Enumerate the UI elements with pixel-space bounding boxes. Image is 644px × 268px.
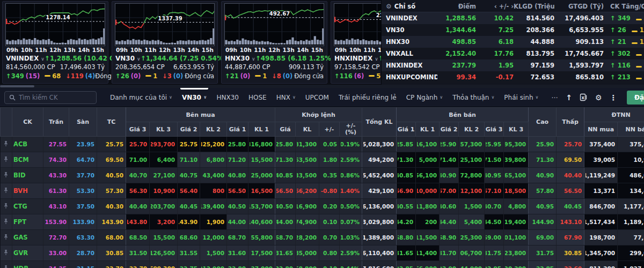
- cell-gas-8[interactable]: 12,000: [200, 230, 227, 245]
- cell-gas-10[interactable]: 55,800: [248, 230, 275, 245]
- cell-acb-8[interactable]: 325,200: [200, 137, 227, 152]
- cell-bid-5[interactable]: 40.70: [126, 168, 150, 183]
- cell-acb-10[interactable]: 316,800: [248, 137, 275, 152]
- cell-gvr-14[interactable]: 2.59%: [340, 245, 362, 261]
- ticker-symbol[interactable]: BVH: [12, 183, 43, 199]
- cell-fpt-15[interactable]: 3,029,800: [362, 214, 397, 230]
- cell-ctg-17[interactable]: 11,800: [416, 199, 440, 214]
- cell-fpt-8[interactable]: 1,900: [200, 214, 227, 230]
- cell-gas-21[interactable]: 101,100: [504, 230, 529, 245]
- cell-bid-8[interactable]: 43,400: [200, 168, 227, 183]
- cell-hdb-7[interactable]: 22.75: [178, 261, 200, 268]
- cell-bid-20[interactable]: 40.95: [485, 168, 504, 183]
- pin-icon[interactable]: [1, 199, 12, 214]
- cell-gvr-15[interactable]: 6,110,400: [362, 245, 397, 261]
- pin-icon[interactable]: [1, 152, 12, 168]
- cell-hdb-16[interactable]: 22.85: [397, 261, 416, 268]
- cell-bvh-12[interactable]: 66,200: [296, 183, 319, 199]
- settings-gear-icon[interactable]: ⚙: [595, 93, 602, 102]
- cell-bid-21[interactable]: 65,100: [504, 168, 529, 183]
- cell-gvr-12[interactable]: 85,000: [296, 245, 319, 261]
- cell-bcm-20[interactable]: 71.50: [485, 152, 504, 168]
- cell-gvr-8[interactable]: 1,500: [200, 245, 227, 261]
- index-name[interactable]: HNX30∨: [225, 53, 255, 63]
- cell-hdb-12[interactable]: 158,800: [296, 261, 319, 268]
- cell-hdb-18[interactable]: 22.90: [440, 261, 459, 268]
- cell-ctg-15[interactable]: 6,136,000: [362, 199, 397, 214]
- cell-hdb-5[interactable]: 22.70: [126, 261, 150, 268]
- cell-bcm-6[interactable]: 6,400: [150, 152, 178, 168]
- cell-hdb-15[interactable]: 7,816,600: [362, 261, 397, 268]
- cell-bcm-7[interactable]: 71.10: [178, 152, 200, 168]
- cell-hdb-21[interactable]: 220,200: [504, 261, 529, 268]
- cell-acb-15[interactable]: 5,028,300: [362, 137, 397, 152]
- cell-acb-16[interactable]: 25.85: [397, 137, 416, 152]
- cell-acb-21[interactable]: 295,300: [504, 137, 529, 152]
- cell-gas-17[interactable]: 11,500: [416, 230, 440, 245]
- cell-bcm-15[interactable]: 494,200: [362, 152, 397, 168]
- cell-ctg-19[interactable]: 1,500: [459, 199, 485, 214]
- index-row-vnxall[interactable]: VNXALL2,152.4017.76813.79517,745.667↑ 30…: [382, 48, 644, 59]
- search-input[interactable]: [19, 94, 92, 101]
- cell-ctg-8[interactable]: 139,400: [200, 199, 227, 214]
- cell-bid-17[interactable]: 56,100: [416, 168, 440, 183]
- cell-bcm-16[interactable]: 71.30: [397, 152, 416, 168]
- cell-gvr-6[interactable]: 126,500: [150, 245, 178, 261]
- tab-hnx30[interactable]: HNX30: [211, 88, 244, 107]
- cell-ctg-9[interactable]: 40.50: [227, 199, 248, 214]
- excel-export-icon[interactable]: x: [580, 93, 588, 101]
- cell-ctg-11[interactable]: 40.50: [275, 199, 296, 214]
- collapse-charts-icon[interactable]: ↑: [566, 93, 572, 102]
- cell-gas-15[interactable]: 1,389,800: [362, 230, 397, 245]
- cell-ctg-21[interactable]: 4,800: [504, 199, 529, 214]
- cell-bcm-17[interactable]: 5,000: [416, 152, 440, 168]
- tab-hnx[interactable]: HNX∨: [272, 88, 301, 107]
- cell-fpt-6[interactable]: 3,200: [150, 214, 178, 230]
- cell-gvr-9[interactable]: 31.60: [227, 245, 248, 261]
- cell-acb-19[interactable]: 857,300: [459, 137, 485, 152]
- cell-gas-14[interactable]: 1.03%: [340, 230, 362, 245]
- cell-gvr-20[interactable]: 31.75: [485, 245, 504, 261]
- cell-acb-18[interactable]: 25.90: [440, 137, 459, 152]
- ticker-symbol[interactable]: GAS: [12, 230, 43, 245]
- cell-ctg-14[interactable]: 0.50%: [340, 199, 362, 214]
- cell-gvr-19[interactable]: 206,700: [459, 245, 485, 261]
- cell-fpt-5[interactable]: 143.80: [126, 214, 150, 230]
- index-row-vnindex[interactable]: VNINDEX1,288.5610.42814.56017,496.403↑ 3…: [382, 12, 644, 24]
- tab-hose[interactable]: HOSE: [244, 88, 272, 107]
- pin-icon[interactable]: [1, 183, 12, 199]
- cell-gas-6[interactable]: 15,500: [150, 230, 178, 245]
- cell-hdb-14[interactable]: 0.44%: [340, 261, 362, 268]
- ticker-symbol[interactable]: GVR: [12, 245, 43, 261]
- cell-bvh-11[interactable]: 56.50: [275, 183, 296, 199]
- ticker-symbol[interactable]: BCM: [12, 152, 43, 168]
- cell-bvh-21[interactable]: 18,500: [504, 183, 529, 199]
- cell-bcm-12[interactable]: 63,500: [296, 152, 319, 168]
- cell-fpt-13[interactable]: 0.10: [319, 214, 340, 230]
- cell-ctg-5[interactable]: 40.40: [126, 199, 150, 214]
- tab-cp-ngành[interactable]: CP Ngành∨: [401, 88, 448, 107]
- cell-gvr-13[interactable]: 0.80: [319, 245, 340, 261]
- cell-fpt-18[interactable]: 144.40: [440, 214, 459, 230]
- kebab-menu-icon[interactable]: ⋮: [610, 93, 617, 102]
- cell-bvh-10[interactable]: 16,500: [248, 183, 275, 199]
- cell-bid-13[interactable]: 0.35: [319, 168, 340, 183]
- cell-bvh-19[interactable]: 12,100: [459, 183, 485, 199]
- cell-bid-16[interactable]: 40.85: [397, 168, 416, 183]
- cell-ctg-6[interactable]: 203,700: [150, 199, 178, 214]
- cell-bcm-5[interactable]: 71.00: [126, 152, 150, 168]
- tab-vn30[interactable]: VN30∨: [177, 88, 212, 107]
- cell-bvh-17[interactable]: 10,000: [416, 183, 440, 199]
- cell-fpt-20[interactable]: 144.50: [485, 214, 504, 230]
- cell-gvr-11[interactable]: 31.65: [275, 245, 296, 261]
- cell-bcm-18[interactable]: 71.40: [440, 152, 459, 168]
- cell-bvh-5[interactable]: 56.30: [126, 183, 150, 199]
- cell-hdb-9[interactable]: 22.80: [227, 261, 248, 268]
- cell-gvr-18[interactable]: 31.70: [440, 245, 459, 261]
- pin-icon[interactable]: [1, 245, 12, 261]
- cell-gas-19[interactable]: 25,300: [459, 230, 485, 245]
- cell-acb-12[interactable]: 181,300: [296, 137, 319, 152]
- ticker-symbol[interactable]: FPT: [12, 214, 43, 230]
- cell-bvh-15[interactable]: 429,100: [362, 183, 397, 199]
- cell-hdb-19[interactable]: 244,900: [459, 261, 485, 268]
